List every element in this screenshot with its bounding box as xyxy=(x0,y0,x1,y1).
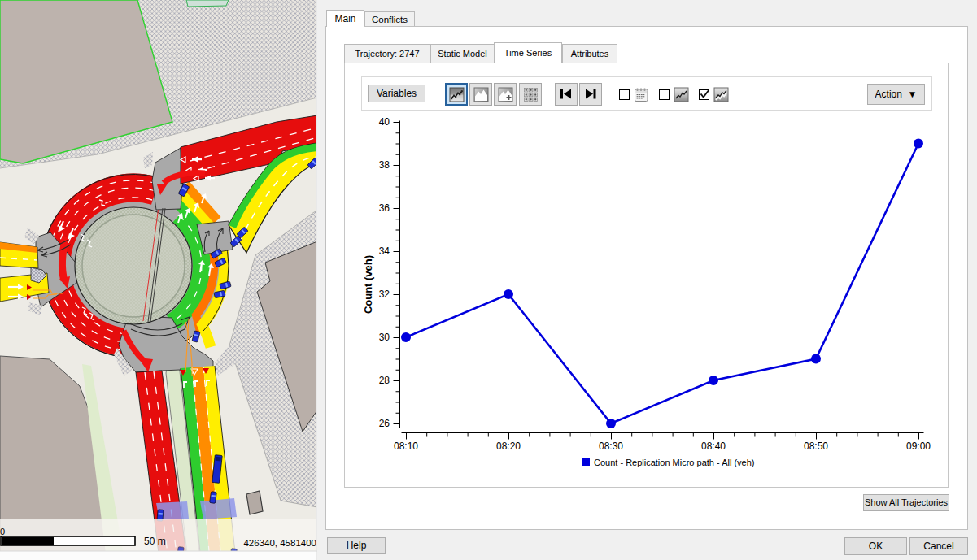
svg-text:08:10: 08:10 xyxy=(394,441,418,452)
svg-text:08:50: 08:50 xyxy=(804,441,828,452)
svg-text:34: 34 xyxy=(379,245,390,257)
svg-text:28: 28 xyxy=(379,375,390,386)
svg-text:40: 40 xyxy=(379,116,390,128)
svg-text:08:40: 08:40 xyxy=(701,441,726,452)
svg-text:0: 0 xyxy=(0,527,5,536)
svg-text:50 m: 50 m xyxy=(144,536,166,547)
svg-text:08:20: 08:20 xyxy=(496,441,521,452)
svg-text:32: 32 xyxy=(379,289,390,300)
svg-text:Count - Replication Micro path: Count - Replication Micro path - All (ve… xyxy=(594,458,754,467)
svg-text:30: 30 xyxy=(379,332,390,343)
svg-text:08:30: 08:30 xyxy=(599,441,623,452)
svg-text:36: 36 xyxy=(379,202,390,214)
svg-text:09:00: 09:00 xyxy=(906,441,931,452)
svg-text:38: 38 xyxy=(379,159,390,171)
svg-text:426340, 4581400: 426340, 4581400 xyxy=(243,538,316,548)
svg-text:26: 26 xyxy=(379,418,390,429)
svg-text:Count (veh): Count (veh) xyxy=(362,255,374,314)
